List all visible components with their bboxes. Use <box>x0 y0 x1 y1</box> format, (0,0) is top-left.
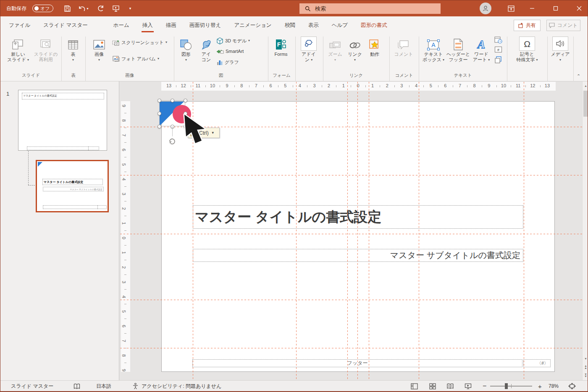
normal-view-button[interactable] <box>411 381 418 392</box>
layout-thumbnail-selected[interactable]: マスター タイトルの書式設定 マスター サブタイトルの書式設定 <box>36 160 109 212</box>
redo-button[interactable] <box>95 3 106 13</box>
3d-model-button[interactable]: 3D モデル▾ <box>216 36 250 45</box>
selection-handle[interactable] <box>158 125 161 128</box>
scroll-down-button[interactable]: ▼ <box>583 355 588 362</box>
undo-button[interactable]: ▾ <box>78 3 89 13</box>
add-ins-button[interactable]: アドイ ン ▾ <box>297 36 320 63</box>
group-label-comments: コメント <box>389 73 419 78</box>
selection-handle[interactable] <box>158 99 161 102</box>
smartart-button[interactable]: SmartArt <box>216 47 244 56</box>
ruler-number: 2 <box>328 83 330 88</box>
ruler-number: 9 <box>226 83 228 88</box>
slideshow-view-button[interactable] <box>465 381 472 392</box>
vertical-ruler[interactable]: 9876543210123456789 <box>121 101 130 372</box>
screenshot-button[interactable]: スクリーンショット▾ <box>112 38 167 47</box>
scroll-up-button[interactable]: ▲ <box>583 82 588 89</box>
zoom-level-label[interactable]: 78% <box>549 381 559 392</box>
ruler-tick <box>124 289 126 290</box>
zoom-out-button[interactable]: − <box>483 381 486 392</box>
language-label[interactable]: 日本語 <box>96 381 111 392</box>
slide-thumbnail-panel: 1 マスター タイトルの書式設定 マスター タイトルの書式設定 マスター サブタ… <box>0 81 119 380</box>
start-slideshow-button[interactable] <box>110 3 121 13</box>
action-button[interactable]: 動作 <box>365 36 384 57</box>
accessibility-status[interactable]: アクセシビリティ: 問題ありません <box>142 381 221 392</box>
comments-button[interactable]: コメント <box>546 20 580 31</box>
ribbon-tab-8[interactable]: 表示 <box>307 16 320 34</box>
master-slide-thumbnail[interactable]: マスター タイトルの書式設定 <box>18 90 107 151</box>
slide-sorter-view-button[interactable] <box>429 381 436 392</box>
slide-number-placeholder[interactable]: 〈#〉 <box>523 359 551 367</box>
customize-qat-button[interactable]: ▾ <box>125 3 136 13</box>
share-button[interactable]: 共有 <box>514 20 541 31</box>
chart-button[interactable]: グラフ <box>216 57 239 67</box>
reuse-slides-button[interactable]: スライドの 再利用 <box>32 36 59 63</box>
slide-number-icon: # <box>494 46 502 53</box>
horizontal-guide[interactable] <box>120 175 582 175</box>
ribbon-tab-9[interactable]: ヘルプ <box>331 16 349 34</box>
forms-button[interactable]: F Forms <box>270 36 292 57</box>
minimize-button[interactable] <box>524 0 541 16</box>
insert-object-button[interactable] <box>494 55 503 64</box>
text-box-button[interactable]: A テキスト ボックス ▾ <box>421 36 446 63</box>
scrollbar-thumb[interactable] <box>583 91 588 117</box>
close-button[interactable] <box>571 0 588 16</box>
header-footer-button[interactable]: ヘッダーと フッター <box>446 36 470 63</box>
save-button[interactable] <box>62 3 73 13</box>
reading-view-button[interactable] <box>446 381 454 392</box>
maximize-button[interactable] <box>547 0 564 16</box>
ribbon-tab-10[interactable]: 図形の書式 <box>360 16 388 34</box>
table-button[interactable]: 表 ▾ <box>63 36 83 63</box>
symbol-button[interactable]: Ω 記号と 特殊文字 ▾ <box>510 36 544 63</box>
ribbon-display-options-button[interactable] <box>503 0 520 16</box>
ribbon-tab-6[interactable]: アニメーション <box>233 16 272 34</box>
ribbon-tab-5[interactable]: 画面切り替え <box>189 16 222 34</box>
new-slide-button[interactable]: 新しい スライド ▾ <box>5 36 32 63</box>
vertical-scrollbar[interactable]: ▲ ▼ ▲▲ ▼▼ <box>582 81 588 380</box>
group-label-table: 表 <box>61 73 85 78</box>
ribbon-tab-3[interactable]: 挿入 <box>142 16 154 34</box>
selection-handle[interactable] <box>184 99 187 102</box>
shapes-button[interactable]: 図形 ▾ <box>176 36 196 63</box>
subtitle-placeholder[interactable]: マスター サブタイトルの書式設定 <box>193 249 523 262</box>
new-comment-button[interactable]: コメント <box>391 36 416 57</box>
picture-button[interactable]: 画像 ▾ <box>89 36 110 63</box>
title-placeholder[interactable]: マスター タイトルの書式設定 <box>193 205 523 229</box>
zoom-in-button[interactable]: + <box>538 381 542 392</box>
horizontal-ruler[interactable]: 13121110987654321012345678910111213 <box>161 82 556 91</box>
horizontal-guide[interactable] <box>120 300 582 300</box>
next-slide-button[interactable]: ▼▼ <box>583 372 588 379</box>
ribbon-tab-0[interactable]: ファイル <box>8 16 31 34</box>
search-input[interactable]: 検索 <box>299 3 441 14</box>
rotate-handle[interactable] <box>168 137 176 146</box>
date-time-button[interactable] <box>494 36 503 44</box>
photo-album-button[interactable]: フォト アルバム▾ <box>112 54 159 63</box>
ribbon-tab-2[interactable]: ホーム <box>113 16 130 34</box>
slide-number-button[interactable]: # <box>494 45 503 54</box>
fit-to-window-button[interactable] <box>568 381 576 392</box>
ruler-number: 1 <box>121 222 126 225</box>
link-button[interactable]: リンク ▾ <box>345 36 365 63</box>
view-name-label[interactable]: スライド マスター <box>11 381 53 392</box>
zoom-slider-thumb[interactable] <box>505 383 508 389</box>
icons-button[interactable]: アイ コン <box>197 36 216 63</box>
media-button[interactable]: メディア ▾ <box>550 36 571 63</box>
ribbon-tab-1[interactable]: スライド マスター <box>42 16 89 34</box>
selection-handle[interactable] <box>158 112 161 115</box>
horizontal-guide[interactable] <box>120 348 582 348</box>
previous-slide-button[interactable]: ▲▲ <box>583 363 588 370</box>
collapse-ribbon-button[interactable]: ⌃ <box>577 73 580 79</box>
autosave-toggle[interactable]: オフ <box>32 5 53 12</box>
selection-handle[interactable] <box>171 99 174 102</box>
ribbon-tab-4[interactable]: 描画 <box>165 16 177 34</box>
account-avatar[interactable] <box>480 3 491 14</box>
ribbon-tab-7[interactable]: 校閲 <box>284 16 296 34</box>
slide-editing-area[interactable]: マスター タイトルの書式設定 マスター サブタイトルの書式設定 フッター 〈#〉 <box>161 101 555 372</box>
wordart-button[interactable]: A ワード アート ▾ <box>471 36 492 63</box>
zoom-links-button[interactable]: ズーム ▾ <box>326 36 345 63</box>
ruler-number: 12 <box>530 83 535 88</box>
spellcheck-icon[interactable] <box>74 381 80 392</box>
accessibility-icon[interactable] <box>132 381 139 392</box>
autosave-label: 自動保存 <box>6 0 26 16</box>
horizontal-guide[interactable] <box>120 234 582 234</box>
chevron-down-icon: ▾ <box>248 39 250 42</box>
